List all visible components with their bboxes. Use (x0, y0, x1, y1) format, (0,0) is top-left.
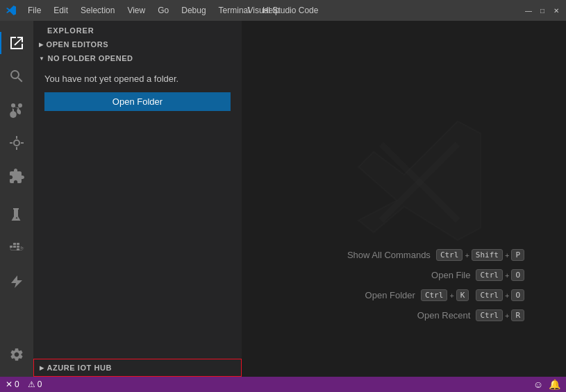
activity-azure[interactable] (0, 265, 33, 298)
no-folder-content: You have not yet opened a folder. Open F… (33, 65, 242, 119)
menu-bar: File Edit Selection View Go Debug Termin… (22, 4, 285, 17)
warning-count[interactable]: ⚠ 0 (28, 380, 42, 389)
status-bar: ✕ 0 ⚠ 0 ☺ 🔔 (0, 377, 566, 392)
kbd-k: K (456, 289, 469, 301)
no-folder-label: NO FOLDER OPENED (47, 54, 133, 62)
menu-view[interactable]: View (122, 4, 151, 17)
show-commands-keys: Ctrl + Shift + P (436, 249, 524, 261)
azure-iot-hub-label: AZURE IOT HUB (47, 364, 112, 372)
activity-bar (0, 21, 33, 377)
open-editors-section[interactable]: ▶ OPEN EDITORS (33, 37, 242, 51)
minimize-button[interactable]: — (524, 6, 533, 15)
kbd-p: P (511, 249, 524, 261)
menu-go[interactable]: Go (152, 4, 174, 17)
kbd-ctrl4: Ctrl (476, 289, 503, 301)
warning-count-value: 0 (38, 380, 42, 389)
shortcuts-panel: Show All Commands Ctrl + Shift + P Open … (347, 249, 524, 321)
settings-icon[interactable] (0, 338, 33, 371)
kbd-ctrl2: Ctrl (476, 269, 503, 281)
open-recent-keys: Ctrl + R (476, 309, 524, 321)
azure-iot-hub-header[interactable]: ▶ AZURE IOT HUB (34, 359, 241, 376)
open-folder-keys: Ctrl + K Ctrl + O (421, 289, 524, 301)
svg-point-0 (14, 140, 19, 146)
kbd-ctrl5: Ctrl (476, 309, 503, 321)
kbd-o2: O (511, 289, 524, 301)
shortcut-open-recent: Open Recent Ctrl + R (347, 309, 524, 321)
vscode-logo-icon (6, 5, 17, 16)
svg-rect-2 (13, 246, 16, 248)
activity-search[interactable] (0, 60, 33, 93)
menu-selection[interactable]: Selection (75, 4, 120, 17)
activity-flask[interactable] (0, 198, 33, 232)
close-button[interactable]: ✕ (552, 6, 560, 15)
open-editors-chevron: ▶ (39, 42, 44, 48)
kbd-ctrl: Ctrl (436, 249, 463, 261)
smiley-icon[interactable]: ☺ (533, 379, 543, 390)
svg-rect-5 (17, 243, 19, 245)
open-editors-label: OPEN EDITORS (47, 40, 109, 49)
open-folder-label: Open Folder (365, 290, 415, 300)
activity-debug[interactable] (0, 126, 33, 160)
explorer-header: EXPLORER (33, 21, 242, 37)
shortcut-show-commands: Show All Commands Ctrl + Shift + P (347, 249, 524, 261)
title-bar-left: File Edit Selection View Go Debug Termin… (6, 4, 285, 17)
warning-icon: ⚠ (28, 380, 35, 389)
open-file-keys: Ctrl + O (476, 269, 524, 281)
error-count[interactable]: ✕ 0 (6, 380, 19, 389)
status-bar-right: ☺ 🔔 (533, 379, 560, 390)
shortcut-open-file: Open File Ctrl + O (347, 269, 524, 281)
window-controls: — □ ✕ (524, 6, 560, 15)
kbd-ctrl3: Ctrl (421, 289, 448, 301)
editor-area: Show All Commands Ctrl + Shift + P Open … (242, 21, 566, 377)
sidebar: EXPLORER ▶ OPEN EDITORS ▼ NO FOLDER OPEN… (33, 21, 242, 377)
activity-explorer[interactable] (0, 26, 33, 60)
azure-iot-hub-panel: ▶ AZURE IOT HUB (33, 359, 242, 377)
shortcut-open-folder: Open Folder Ctrl + K Ctrl + O (347, 289, 524, 301)
no-folder-text: You have not yet opened a folder. (44, 74, 231, 84)
svg-rect-3 (17, 246, 19, 248)
kbd-r: R (511, 309, 524, 321)
menu-file[interactable]: File (22, 4, 47, 17)
vscode-watermark (343, 105, 496, 261)
window-title: Visual Studio Code (248, 6, 319, 15)
activity-source-control[interactable] (0, 93, 33, 126)
open-file-label: Open File (431, 270, 470, 280)
menu-edit[interactable]: Edit (48, 4, 74, 17)
no-folder-section[interactable]: ▼ NO FOLDER OPENED (33, 51, 242, 65)
activity-docker[interactable] (0, 232, 33, 265)
title-bar: File Edit Selection View Go Debug Termin… (0, 0, 566, 21)
open-folder-button[interactable]: Open Folder (44, 92, 231, 111)
menu-debug[interactable]: Debug (176, 4, 211, 17)
svg-rect-4 (13, 243, 16, 245)
bell-icon[interactable]: 🔔 (549, 379, 560, 390)
kbd-o: O (511, 269, 524, 281)
kbd-shift: Shift (472, 249, 503, 261)
azure-iot-chevron: ▶ (40, 365, 44, 371)
maximize-button[interactable]: □ (538, 6, 547, 15)
show-commands-label: Show All Commands (347, 250, 431, 260)
main-content: EXPLORER ▶ OPEN EDITORS ▼ NO FOLDER OPEN… (0, 21, 566, 377)
no-folder-chevron: ▼ (39, 56, 44, 62)
error-icon: ✕ (6, 380, 13, 389)
status-bar-left: ✕ 0 ⚠ 0 (6, 380, 42, 389)
activity-extensions[interactable] (0, 160, 33, 193)
error-count-value: 0 (15, 380, 19, 389)
open-recent-label: Open Recent (417, 310, 471, 321)
